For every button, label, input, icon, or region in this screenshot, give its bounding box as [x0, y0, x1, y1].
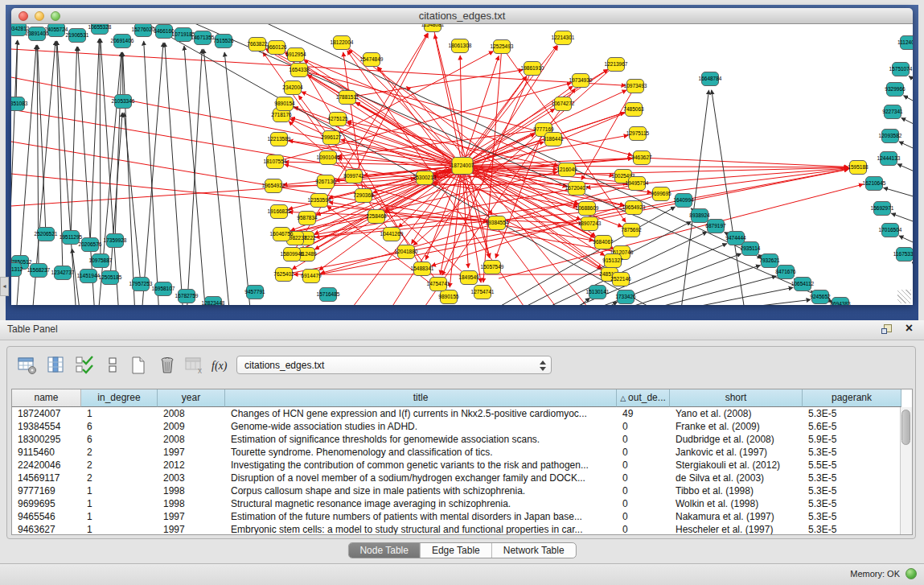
table-row[interactable]: 1872400712008Changes of HCN gene express…: [12, 407, 912, 420]
cell-pagerank[interactable]: 5.3E-5: [803, 510, 901, 523]
graph-edge[interactable]: [891, 213, 913, 225]
graph-node[interactable]: 16648784: [699, 72, 722, 86]
graph-node[interactable]: 9587834: [297, 212, 318, 225]
graph-node[interactable]: 1595188: [848, 161, 869, 175]
graph-node[interactable]: 7625402: [273, 268, 294, 282]
table-row[interactable]: 946554611997Estimation of the future num…: [12, 510, 912, 523]
graph-edge[interactable]: [301, 63, 422, 269]
scrollbar-thumb[interactable]: [901, 410, 910, 445]
cell-title[interactable]: Changes of HCN gene expression and I(f) …: [225, 407, 617, 420]
cell-out_degree[interactable]: 0: [617, 446, 670, 459]
column-header-title[interactable]: title: [225, 389, 617, 407]
graph-edge[interactable]: [115, 52, 122, 241]
graph-node[interactable]: 15488341: [411, 262, 434, 276]
graph-node[interactable]: 14671355: [191, 31, 215, 45]
cell-year[interactable]: 2012: [158, 459, 225, 472]
graph-node[interactable]: 19861910: [521, 62, 544, 76]
cell-short[interactable]: Franke et al. (2009): [670, 420, 803, 433]
cell-pagerank[interactable]: 5.9E-5: [803, 433, 901, 446]
column-header-out_degree[interactable]: △out_de...: [617, 389, 670, 407]
graph-edge[interactable]: [450, 166, 462, 287]
graph-edge[interactable]: [909, 76, 913, 84]
cell-name[interactable]: 9699695: [12, 497, 81, 510]
cell-in_degree[interactable]: 1: [81, 523, 158, 535]
graph-node[interactable]: 1640994: [673, 194, 694, 208]
graph-node[interactable]: 20351083: [11, 97, 28, 111]
graph-edge[interactable]: [897, 164, 913, 175]
graph-node[interactable]: 9463627: [631, 151, 652, 165]
cell-year[interactable]: 1997: [158, 510, 225, 523]
graph-node[interactable]: 12041880: [395, 245, 418, 259]
graph-node[interactable]: 15716485: [317, 288, 340, 302]
graph-node[interactable]: 19166825: [268, 205, 291, 219]
graph-node[interactable]: 6914479: [301, 270, 322, 283]
cell-year[interactable]: 2008: [158, 407, 225, 420]
cell-in_degree[interactable]: 2: [81, 459, 158, 472]
cell-pagerank[interactable]: 5.3E-5: [803, 472, 901, 484]
graph-node[interactable]: 9227341: [882, 105, 903, 119]
network-view-window[interactable]: citations_edges.txt 18724007240557242389…: [11, 8, 913, 304]
cell-out_degree[interactable]: 0: [617, 459, 670, 472]
window-titlebar[interactable]: citations_edges.txt: [11, 8, 913, 24]
graph-node[interactable]: 12505185: [99, 271, 122, 285]
table-row[interactable]: 1456911722003Disruption of a novel membe…: [12, 472, 912, 484]
graph-edge[interactable]: [144, 41, 159, 305]
table-row[interactable]: 977716911998Corpus callosum shape and si…: [12, 484, 912, 497]
graph-edge[interactable]: [672, 299, 811, 305]
cell-name[interactable]: 14569117: [12, 472, 81, 484]
graph-node[interactable]: 2258468: [366, 210, 387, 224]
graph-node[interactable]: 9890155: [438, 290, 459, 304]
cell-name[interactable]: 18300295: [12, 433, 81, 446]
cell-year[interactable]: 2009: [158, 420, 225, 433]
cell-title[interactable]: Tourette syndrome. Phenomenology and cla…: [225, 446, 617, 459]
graph-edge[interactable]: [912, 262, 913, 270]
cell-pagerank[interactable]: 5.6E-5: [803, 420, 901, 433]
cell-out_degree[interactable]: 0: [617, 420, 670, 433]
column-header-in_degree[interactable]: in_degree: [81, 389, 158, 407]
function-builder-button[interactable]: f(x): [211, 358, 232, 379]
graph-node[interactable]: 7932621: [759, 254, 780, 268]
graph-edge[interactable]: [624, 276, 776, 305]
graph-node[interactable]: 2342004: [282, 81, 303, 95]
cell-year[interactable]: 1998: [158, 484, 225, 497]
graph-edge[interactable]: [884, 187, 913, 199]
graph-node[interactable]: 9660126: [266, 41, 287, 55]
cell-title[interactable]: Structural magnetic resonance image aver…: [225, 497, 617, 510]
graph-node[interactable]: 15130141: [586, 286, 610, 299]
graph-edge[interactable]: [712, 90, 745, 305]
graph-edge[interactable]: [648, 287, 793, 305]
graph-node[interactable]: 15276020: [132, 24, 155, 37]
cell-pagerank[interactable]: 5.3E-5: [803, 523, 901, 535]
cell-title[interactable]: Embryonic stem cells: a model to study s…: [225, 523, 617, 535]
graph-node[interactable]: 7515526: [213, 35, 234, 48]
graph-edge[interactable]: [71, 47, 77, 237]
graph-node[interactable]: 14754741: [427, 278, 450, 291]
graph-node[interactable]: 9890154: [274, 97, 295, 111]
graph-node[interactable]: 11548081: [421, 24, 445, 32]
cell-pagerank[interactable]: 5.3E-5: [803, 407, 901, 420]
graph-node[interactable]: 16958107: [152, 282, 175, 296]
tab-network-table[interactable]: Network Table: [491, 543, 576, 558]
show-columns-button[interactable]: [46, 355, 67, 376]
graph-node[interactable]: 10674272: [552, 97, 575, 111]
column-header-name[interactable]: name: [12, 389, 81, 407]
column-header-pagerank[interactable]: pagerank: [803, 389, 901, 407]
graph-node[interactable]: 2935114: [741, 242, 761, 256]
column-header-year[interactable]: year: [158, 389, 225, 407]
cell-name[interactable]: 9115460: [12, 446, 81, 459]
table-select-dropdown[interactable]: citations_edges.txt: [236, 356, 552, 374]
network-graph[interactable]: 1872400724055724238914062190653119342812…: [11, 24, 913, 305]
graph-edge[interactable]: [123, 52, 135, 305]
graph-node[interactable]: 10688609: [576, 202, 599, 216]
cell-name[interactable]: 9463627: [12, 523, 81, 535]
graph-node[interactable]: 12823448: [202, 297, 225, 306]
graph-node[interactable]: 7875692: [621, 224, 642, 237]
graph-edge[interactable]: [110, 113, 122, 278]
delete-column-button[interactable]: [157, 355, 178, 376]
graph-node[interactable]: 17359928: [104, 234, 127, 248]
cell-year[interactable]: 2008: [158, 433, 225, 446]
table-mode-button[interactable]: [17, 355, 38, 376]
graph-node[interactable]: 5912954: [285, 48, 306, 62]
graph-node[interactable]: 21053346: [112, 95, 135, 109]
graph-node[interactable]: 15057549: [481, 261, 504, 274]
